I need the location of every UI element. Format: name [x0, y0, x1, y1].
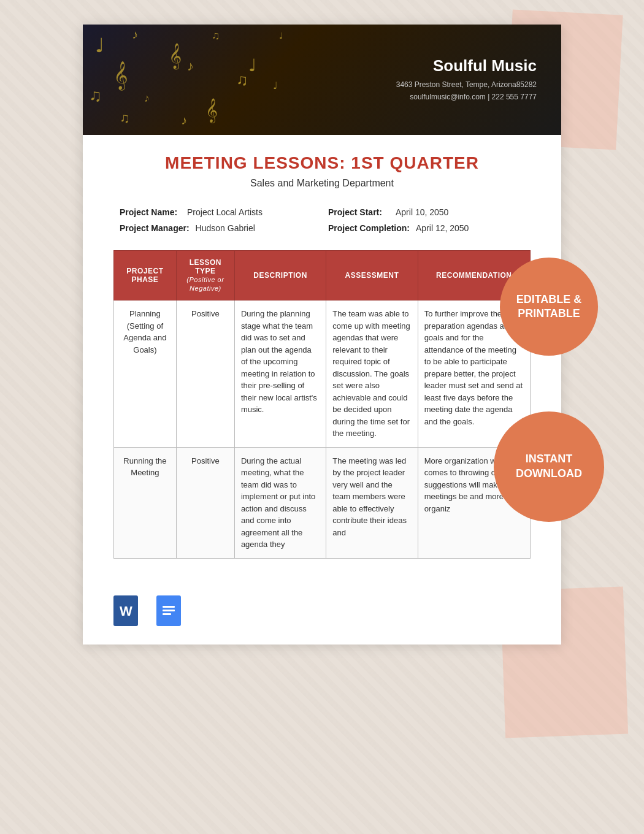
project-info-grid: Project Name: Project Local Artists Proj…	[113, 207, 531, 233]
header-assessment: ASSESSMENT	[326, 251, 418, 300]
table-row-planning: Planning (Setting of Agenda and Goals) P…	[114, 300, 531, 448]
project-name-label: Project Name:	[120, 207, 181, 217]
document-content: MEETING LESSONS: 1ST QUARTER Sales and M…	[83, 135, 561, 583]
project-completion-label: Project Completion:	[328, 223, 410, 233]
project-manager-value: Hudson Gabriel	[196, 223, 255, 233]
project-start-value: April 10, 2050	[396, 207, 448, 217]
project-manager-label: Project Manager:	[120, 223, 190, 233]
music-notes-decoration: ♩ ♪ 𝄞 ♫ 𝄞 ♪ ♩ ♫ ♪ 𝄞 ♩ ♫ ♪ ♩ ♫	[83, 25, 346, 135]
docs-icon-body	[156, 595, 181, 626]
document-header: ♩ ♪ 𝄞 ♫ 𝄞 ♪ ♩ ♫ ♪ 𝄞 ♩ ♫ ♪ ♩ ♫ Soulful Mu…	[83, 25, 561, 135]
document-subtitle: Sales and Marketing Department	[113, 178, 531, 189]
svg-rect-4	[163, 610, 175, 611]
row1-lesson-type: Positive	[176, 300, 234, 448]
project-name-value: Project Local Artists	[187, 207, 263, 217]
word-icon-body: W	[113, 595, 138, 626]
project-manager-row: Project Manager: Hudson Gabriel	[120, 223, 316, 233]
row1-description: During the planning stage what the team …	[234, 300, 326, 448]
project-start-label: Project Start:	[328, 207, 389, 217]
row2-assessment: The meeting was led by the project leade…	[326, 447, 418, 558]
svg-rect-5	[163, 613, 171, 615]
footer-icons: W	[83, 583, 561, 645]
table-row-running: Running the Meeting Positive During the …	[114, 447, 531, 558]
svg-rect-3	[163, 606, 175, 608]
instant-download-badge: INSTANTDOWNLOAD	[494, 411, 604, 522]
row2-lesson-type: Positive	[176, 447, 234, 558]
editable-printable-badge: EDITABLE &PRINTABLE	[500, 258, 598, 356]
project-name-row: Project Name: Project Local Artists	[120, 207, 316, 217]
google-docs-icon[interactable]	[156, 595, 187, 632]
document-title: MEETING LESSONS: 1ST QUARTER	[113, 153, 531, 173]
project-start-row: Project Start: April 10, 2050	[328, 207, 524, 217]
word-icon[interactable]: W	[113, 595, 144, 632]
header-phase: PROJECT PHASE	[114, 251, 177, 300]
row2-phase: Running the Meeting	[114, 447, 177, 558]
project-completion-value: April 12, 2050	[416, 223, 469, 233]
header-text-block: Soulful Music 3463 Preston Street, Tempe…	[396, 56, 537, 102]
header-lesson-type: LESSON TYPE (Positive or Negative)	[176, 251, 234, 300]
lessons-table: PROJECT PHASE LESSON TYPE (Positive or N…	[113, 250, 531, 559]
row1-assessment: The team was able to come up with meetin…	[326, 300, 418, 448]
company-address: 3463 Preston Street, Tempe, Arizona85282…	[396, 79, 537, 102]
row2-description: During the actual meeting, what the team…	[234, 447, 326, 558]
project-completion-row: Project Completion: April 12, 2050	[328, 223, 524, 233]
svg-text:W: W	[120, 603, 132, 619]
row1-phase: Planning (Setting of Agenda and Goals)	[114, 300, 177, 448]
company-name: Soulful Music	[396, 56, 537, 75]
header-description: DESCRIPTION	[234, 251, 326, 300]
